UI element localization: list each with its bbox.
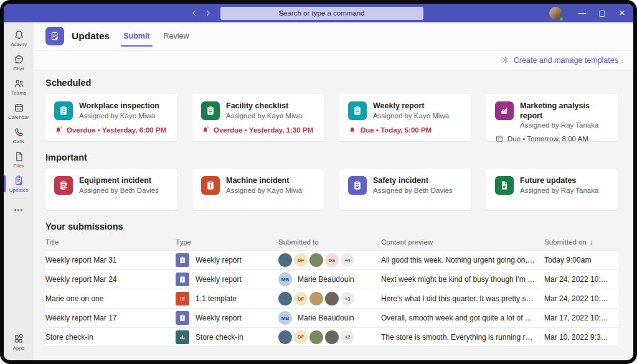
minimize-button[interactable]: — bbox=[572, 4, 592, 22]
more-apps-button[interactable]: ••• bbox=[4, 202, 34, 218]
clipboard-pen-icon bbox=[13, 175, 25, 187]
maximize-button[interactable]: ▢ bbox=[592, 4, 612, 22]
row-type: 7 Weekly report bbox=[176, 273, 278, 286]
create-templates-link[interactable]: Create and manage templates bbox=[501, 55, 618, 65]
close-button[interactable]: ✕ bbox=[612, 4, 632, 22]
forward-button[interactable] bbox=[202, 7, 214, 19]
card-assigned: Assigned by Kayo Miwa bbox=[226, 187, 302, 194]
bell-icon bbox=[13, 29, 25, 41]
nav-history bbox=[4, 7, 220, 19]
card-assigned: Assigned by Ray Tanaka bbox=[520, 187, 598, 194]
sidebar-item-activity[interactable]: Activity bbox=[4, 26, 34, 50]
row-submitted-on: Mar 10, 2022 9:34pm bbox=[544, 333, 618, 342]
card-workplace-inspection[interactable]: Workplace inspection Assigned by Kayo Mi… bbox=[45, 94, 177, 141]
card-safety-incident[interactable]: Safety incident Assigned by Beth Davies bbox=[339, 169, 471, 210]
card-future-updates[interactable]: Future updates Assigned by Ray Tanaka bbox=[486, 169, 618, 210]
sidebar-item-updates[interactable]: Updates bbox=[4, 172, 34, 196]
row-content-preview: Next week might be kind of busy though I… bbox=[381, 275, 544, 284]
card-assigned: Assigned by Ray Tanaka bbox=[520, 121, 610, 129]
clipboard-list-icon bbox=[348, 101, 367, 120]
ellipsis-icon: ••• bbox=[14, 206, 24, 213]
create-templates-label: Create and manage templates bbox=[514, 56, 618, 65]
bell-alert-icon bbox=[348, 126, 357, 134]
card-title: Equipment incident bbox=[79, 176, 159, 186]
row-type-label: Weekly report bbox=[196, 314, 242, 322]
sidebar-item-teams[interactable]: Teams bbox=[4, 75, 34, 99]
sidebar-item-label: Files bbox=[13, 163, 24, 169]
clipboard-list-icon bbox=[201, 101, 220, 120]
svg-text:7: 7 bbox=[181, 278, 183, 282]
card-title: Workplace inspection bbox=[79, 101, 159, 111]
sidebar-item-calls[interactable]: Calls bbox=[4, 123, 34, 147]
avatar: MB bbox=[278, 273, 292, 286]
column-header-title: Title bbox=[45, 238, 176, 246]
gear-icon bbox=[501, 55, 510, 65]
title-bar: — ▢ ✕ bbox=[4, 4, 633, 22]
card-facility-checklist[interactable]: Facility checklist Assigned by Kayo Miwa… bbox=[192, 94, 324, 141]
profile-avatar[interactable] bbox=[549, 7, 562, 20]
weekly-report-icon: 7 bbox=[176, 273, 189, 286]
sidebar-item-label: Calls bbox=[13, 139, 24, 144]
svg-text:7: 7 bbox=[181, 259, 183, 263]
avatar bbox=[325, 330, 339, 344]
updates-app-icon bbox=[45, 27, 64, 45]
table-row[interactable]: Marie one on one 1:1 template DF +3 bbox=[45, 289, 618, 308]
row-title: Weekly report Mar 17 bbox=[45, 314, 176, 322]
card-title: Marketing analysis report bbox=[520, 101, 610, 121]
tab-review[interactable]: Review bbox=[164, 22, 189, 50]
row-submitted-on: Mar 24, 2022 10:00am bbox=[544, 294, 618, 303]
search-container bbox=[220, 7, 423, 20]
tab-submit[interactable]: Submit bbox=[123, 22, 149, 50]
calendar-icon bbox=[13, 102, 25, 114]
chevron-right-icon bbox=[203, 8, 213, 18]
row-type-label: Store check-in bbox=[196, 333, 243, 342]
column-header-submitted-on[interactable]: Submitted on ↓ bbox=[544, 238, 618, 246]
svg-text:7: 7 bbox=[181, 317, 183, 320]
avatar bbox=[278, 330, 292, 344]
search-input[interactable] bbox=[220, 7, 423, 20]
window-frame: — ▢ ✕ Activity Chat Teams Calendar bbox=[0, 0, 637, 364]
sidebar-item-label: Apps bbox=[13, 345, 25, 351]
scheduled-cards: Workplace inspection Assigned by Kayo Mi… bbox=[45, 94, 618, 141]
sidebar-item-calendar[interactable]: Calendar bbox=[4, 99, 34, 123]
card-title: Weekly report bbox=[373, 101, 449, 111]
table-row[interactable]: Weekly report Mar 17 7 Weekly report MB … bbox=[45, 308, 618, 327]
table-header-row: Title Type Submitted to Content preview … bbox=[45, 234, 618, 250]
calendar-icon bbox=[495, 134, 504, 143]
column-header-submitted-to: Submitted to bbox=[278, 238, 381, 246]
avatar: DF bbox=[294, 330, 308, 344]
table-row[interactable]: Weekly report Mar 24 7 Weekly report MB … bbox=[45, 269, 618, 289]
avatar bbox=[325, 292, 339, 306]
card-assigned: Assigned by Kayo Miwa bbox=[79, 112, 159, 119]
table-row[interactable]: Store check-in Store check-in DF +2 bbox=[45, 327, 618, 347]
avatar: DF bbox=[294, 253, 308, 267]
row-submitted-to: MB Marie Beaudouin bbox=[278, 273, 381, 286]
card-assigned: Assigned by Beth Davies bbox=[373, 187, 453, 194]
card-marketing-analysis[interactable]: Marketing analysis report Assigned by Ra… bbox=[486, 94, 618, 141]
sidebar-item-label: Chat bbox=[13, 66, 24, 72]
row-submitted-to: DF +3 bbox=[278, 292, 381, 306]
clipboard-list-icon bbox=[348, 176, 367, 195]
back-button[interactable] bbox=[188, 7, 201, 19]
sidebar-item-chat[interactable]: Chat bbox=[4, 50, 34, 75]
card-weekly-report[interactable]: Weekly report Assigned by Kayo Miwa Due … bbox=[339, 94, 471, 141]
sidebar-item-files[interactable]: Files bbox=[4, 147, 34, 172]
row-content-preview: Here's what I did this quarter. It was p… bbox=[381, 294, 544, 303]
card-machine-incident[interactable]: Machine incident Assigned by Kayo Miwa bbox=[192, 169, 324, 210]
content-area: Scheduled Workplace inspection Assigned … bbox=[34, 70, 633, 360]
card-status-text: Due • Today, 5:00 PM bbox=[361, 126, 432, 134]
tab-bar: Submit Review bbox=[123, 22, 189, 50]
card-status-text: Due • Tomorrow, 8:00 AM bbox=[507, 135, 588, 142]
avatar bbox=[309, 253, 323, 267]
phone-icon bbox=[13, 126, 25, 138]
sidebar-item-label: Calendar bbox=[8, 114, 29, 120]
clipboard-alert-icon bbox=[54, 176, 73, 195]
row-submitted-to: DF DS +4 bbox=[278, 253, 381, 267]
card-equipment-incident[interactable]: Equipment incident Assigned by Beth Davi… bbox=[45, 169, 177, 210]
avatar: DF bbox=[294, 292, 308, 306]
column-header-type: Type bbox=[176, 238, 278, 246]
row-type: 1:1 template bbox=[176, 292, 278, 306]
sidebar-item-apps[interactable]: Apps bbox=[4, 330, 34, 354]
card-status-text: Overdue • Yesterday, 1:30 PM bbox=[214, 126, 313, 134]
table-row[interactable]: Weekly report Mar 31 7 Weekly report DF … bbox=[45, 250, 618, 269]
